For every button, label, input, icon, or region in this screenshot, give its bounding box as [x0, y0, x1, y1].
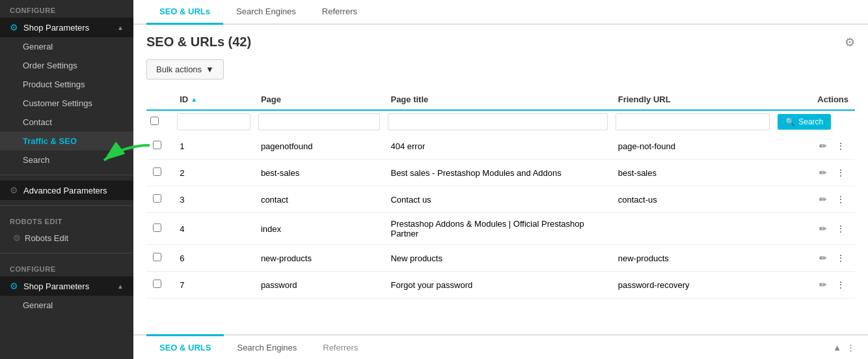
row-checkbox[interactable] — [153, 141, 161, 149]
content-area: SEO & URLs (42) ⚙ Bulk actions ▼ ID ▲ — [133, 25, 868, 334]
cell-title: Prestashop Addons & Modules | Official P… — [384, 213, 611, 245]
cell-id: 2 — [173, 160, 254, 186]
configure-bottom-section-label: CONFIGURE — [0, 259, 133, 276]
tab-referrers[interactable]: Referrers — [309, 0, 370, 25]
col-page-header[interactable]: Page — [254, 89, 385, 110]
sidebar-item-customer-settings-label: Customer Settings — [23, 98, 92, 108]
cell-page: index — [254, 213, 385, 245]
chevron-up-bottom-right-icon[interactable]: ▲ — [833, 343, 841, 352]
chevron-up-icon: ▲ — [117, 24, 124, 31]
edit-button[interactable]: ✏ — [816, 192, 830, 207]
cell-page: new-products — [254, 245, 385, 272]
more-button[interactable]: ⋮ — [833, 278, 848, 292]
more-button[interactable]: ⋮ — [833, 165, 848, 180]
col-checkbox — [146, 89, 173, 110]
shop-params-gear-icon: ⚙ — [10, 22, 18, 33]
table-row: 7 password Forgot your password password… — [146, 272, 855, 298]
filter-page-input[interactable] — [258, 113, 381, 130]
seo-table: ID ▲ Page Page title Friendly URL — [146, 89, 855, 298]
bottom-tabs-bar: SEO & URLS Search Engines Referrers ▲ ⋮ — [133, 334, 868, 359]
shop-parameters-bottom-parent[interactable]: ⚙ Shop Parameters ▲ — [0, 276, 133, 296]
sidebar-item-product-settings[interactable]: Product Settings — [0, 75, 133, 94]
cell-url: new-products — [612, 245, 774, 272]
advanced-parameters-label: Advanced Parameters — [23, 186, 107, 195]
cell-url: page-not-found — [612, 133, 774, 160]
sidebar-item-product-settings-label: Product Settings — [23, 79, 85, 89]
table-row: 3 contact Contact us contact-us ✏ ⋮ — [146, 186, 855, 213]
shop-parameters-parent[interactable]: ⚙ Shop Parameters ▲ — [0, 18, 133, 37]
cell-page: pagenotfound — [254, 133, 385, 160]
edit-button[interactable]: ✏ — [816, 165, 830, 180]
sidebar-item-contact-label: Contact — [23, 117, 52, 127]
search-button[interactable]: 🔍 Search — [778, 114, 831, 130]
cell-url: best-sales — [612, 160, 774, 186]
cell-title: Forgot your password — [384, 272, 611, 298]
shop-parameters-label: Shop Parameters — [23, 23, 89, 33]
search-icon: 🔍 — [785, 117, 795, 126]
content-header: SEO & URLs (42) ⚙ — [146, 35, 855, 50]
edit-button[interactable]: ✏ — [816, 222, 830, 236]
page-title: SEO & URLs (42) — [146, 35, 251, 50]
bulk-actions-button[interactable]: Bulk actions ▼ — [146, 59, 224, 79]
cell-id: 1 — [173, 133, 254, 160]
settings-gear-button[interactable]: ⚙ — [845, 35, 855, 50]
shop-parameters-bottom-label: Shop Parameters — [23, 281, 89, 291]
more-button[interactable]: ⋮ — [833, 251, 848, 265]
shop-params-bottom-gear-icon: ⚙ — [10, 281, 18, 291]
cell-title: Best sales - Prestashop Modules and Addo… — [384, 160, 611, 186]
col-id-header[interactable]: ID ▲ — [173, 89, 254, 110]
sidebar-item-search-label: Search — [23, 155, 49, 165]
row-checkbox[interactable] — [153, 253, 161, 261]
sidebar-item-general[interactable]: General — [0, 37, 133, 56]
sidebar-item-contact[interactable]: Contact — [0, 113, 133, 132]
sidebar-item-order-settings[interactable]: Order Settings — [0, 56, 133, 75]
configure-section-label: CONFIGURE — [0, 0, 133, 18]
filter-url-input[interactable] — [616, 113, 770, 130]
col-actions-header: Actions — [774, 89, 855, 110]
adv-params-gear-icon: ⚙ — [10, 185, 18, 195]
cell-id: 6 — [173, 245, 254, 272]
col-url-header[interactable]: Friendly URL — [612, 89, 774, 110]
bottom-tab-referrers[interactable]: Referrers — [310, 334, 371, 359]
advanced-parameters-parent[interactable]: ⚙ Advanced Parameters — [0, 180, 133, 200]
row-checkbox[interactable] — [153, 167, 161, 176]
sort-asc-icon: ▲ — [191, 96, 197, 103]
bottom-tab-seo-urls[interactable]: SEO & URLS — [146, 334, 224, 359]
col-title-header[interactable]: Page title — [384, 89, 611, 110]
cell-url: contact-us — [612, 186, 774, 213]
select-all-checkbox[interactable] — [150, 117, 159, 125]
edit-button[interactable]: ✏ — [816, 251, 830, 265]
bottom-tab-search-engines[interactable]: Search Engines — [224, 334, 310, 359]
sidebar-item-robots-edit[interactable]: ⚙ Robots Edit — [0, 229, 133, 248]
filter-id-input[interactable] — [177, 113, 251, 130]
row-checkbox[interactable] — [153, 223, 161, 232]
row-checkbox[interactable] — [153, 194, 161, 203]
table-row: 2 best-sales Best sales - Prestashop Mod… — [146, 160, 855, 186]
search-label: Search — [798, 117, 823, 126]
sidebar-item-search[interactable]: Search — [0, 151, 133, 169]
edit-button[interactable]: ✏ — [816, 139, 830, 153]
tab-seo-urls[interactable]: SEO & URLs — [146, 0, 223, 25]
table-row: 4 index Prestashop Addons & Modules | Of… — [146, 213, 855, 245]
cell-title: New products — [384, 245, 611, 272]
sidebar-item-general-bottom[interactable]: General — [0, 296, 133, 315]
robots-edit-gear-icon: ⚙ — [13, 233, 21, 243]
cell-page: best-sales — [254, 160, 385, 186]
robots-edit-section-label: ROBOTS EDIT — [0, 211, 133, 229]
more-button[interactable]: ⋮ — [833, 139, 848, 153]
cell-id: 4 — [173, 213, 254, 245]
main-content: SEO & URLs Search Engines Referrers SEO … — [133, 0, 868, 359]
row-checkbox[interactable] — [153, 280, 161, 288]
edit-button[interactable]: ✏ — [816, 278, 830, 292]
sidebar-item-general-label: General — [23, 42, 53, 51]
more-bottom-right-icon[interactable]: ⋮ — [847, 343, 855, 352]
cell-title: 404 error — [384, 133, 611, 160]
tab-search-engines[interactable]: Search Engines — [223, 0, 309, 25]
more-button[interactable]: ⋮ — [833, 192, 848, 207]
more-button[interactable]: ⋮ — [833, 222, 848, 236]
filter-title-input[interactable] — [388, 113, 607, 130]
sidebar-item-traffic-seo[interactable]: Traffic & SEO — [0, 132, 133, 151]
tabs-bar: SEO & URLs Search Engines Referrers — [133, 0, 868, 25]
sidebar-item-customer-settings[interactable]: Customer Settings — [0, 94, 133, 113]
bulk-actions-chevron-icon: ▼ — [206, 65, 214, 74]
